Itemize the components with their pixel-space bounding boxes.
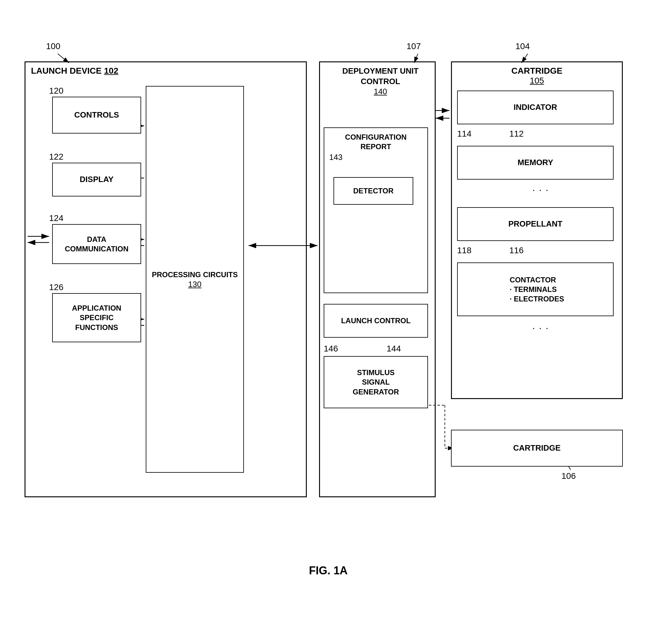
deployment-unit-num: 140	[323, 87, 438, 96]
config-report-label: CONFIGURATIONREPORT	[324, 132, 427, 151]
detector-box: DETECTOR	[333, 177, 413, 205]
detector-label: DETECTOR	[353, 186, 394, 196]
ref-100: 100	[46, 42, 61, 51]
display-box: DISPLAY	[52, 163, 141, 197]
stimulus-label: STIMULUSSIGNALGENERATOR	[353, 368, 399, 397]
display-label: DISPLAY	[80, 174, 114, 185]
app-specific-box: APPLICATIONSPECIFICFUNCTIONS	[52, 293, 141, 342]
dots-1: · · ·	[532, 184, 549, 196]
cartridge-105-num: 105	[452, 76, 622, 86]
launch-device-title: LAUNCH DEVICE 102	[31, 66, 118, 76]
ref-106: 106	[561, 471, 576, 481]
cartridge-106-label: CARTRIDGE	[513, 443, 561, 453]
controls-label: CONTROLS	[74, 110, 119, 120]
ref-122: 122	[49, 152, 64, 162]
launch-control-box: LAUNCH CONTROL	[324, 304, 428, 338]
propellant-box: PROPELLANT	[457, 207, 614, 241]
memory-label: MEMORY	[518, 158, 553, 168]
ref-114: 114	[457, 129, 472, 139]
ref-120: 120	[49, 86, 64, 96]
dots-2: · · ·	[532, 322, 549, 334]
ref-124: 124	[49, 213, 64, 223]
app-specific-label: APPLICATIONSPECIFICFUNCTIONS	[72, 303, 121, 332]
ref-104: 104	[515, 42, 530, 51]
ref-146: 146	[324, 344, 338, 353]
indicator-label: INDICATOR	[514, 102, 557, 113]
config-report-box: CONFIGURATIONREPORT 143 DETECTOR	[324, 128, 428, 293]
stimulus-box: STIMULUSSIGNALGENERATOR	[324, 356, 428, 408]
processing-circuits-label: PROCESSING CIRCUITS	[152, 270, 238, 280]
controls-box: CONTROLS	[52, 97, 141, 134]
fig-caption: FIG. 1A	[309, 564, 348, 577]
contactor-label: CONTACTOR· TERMINALS· ELECTRODES	[507, 275, 564, 304]
launch-control-label: LAUNCH CONTROL	[341, 316, 411, 325]
contactor-box: CONTACTOR· TERMINALS· ELECTRODES	[457, 262, 614, 316]
ref-112: 112	[509, 129, 524, 139]
propellant-label: PROPELLANT	[508, 219, 562, 229]
ref-107: 107	[406, 42, 421, 51]
ref-144: 144	[386, 344, 401, 353]
memory-box: MEMORY	[457, 146, 614, 180]
ref-118: 118	[457, 246, 472, 255]
ref-143: 143	[324, 153, 427, 162]
indicator-box: INDICATOR	[457, 91, 614, 124]
processing-circuits-num: 130	[188, 280, 201, 289]
ref-116: 116	[509, 246, 524, 255]
cartridge-106-box: CARTRIDGE	[451, 430, 623, 466]
processing-circuits-box: PROCESSING CIRCUITS 130	[146, 86, 244, 473]
deployment-unit-title: DEPLOYMENT UNIT CONTROL	[323, 66, 438, 87]
ref-126: 126	[49, 282, 64, 292]
data-communication-box: DATACOMMUNICATION	[52, 224, 141, 264]
data-communication-label: DATACOMMUNICATION	[65, 234, 128, 254]
cartridge-105-label: CARTRIDGE	[452, 66, 622, 76]
